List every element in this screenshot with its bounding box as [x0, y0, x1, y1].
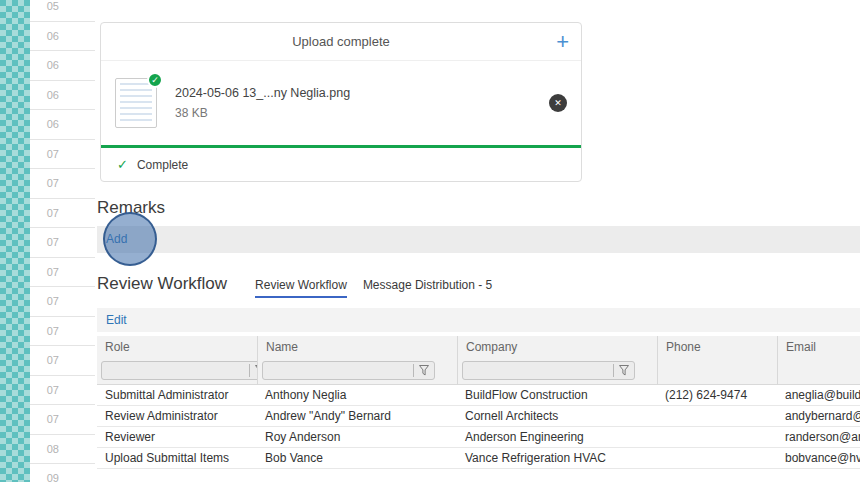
left-gutter-rows: 0506060606070707070707070707070809: [30, 0, 95, 482]
table-row[interactable]: Submittal AdministratorAnthony NegliaBui…: [97, 385, 860, 406]
filter-cell-role: [97, 358, 257, 385]
row-number: 06: [47, 89, 59, 101]
filter-cell-email: [777, 358, 860, 385]
file-thumbnail: ✓: [115, 78, 157, 128]
row-number: 05: [47, 0, 59, 12]
filter-box-name[interactable]: [262, 361, 435, 380]
column-header-label: Name: [266, 340, 298, 354]
column-header-label: Role: [105, 340, 130, 354]
row-number: 07: [47, 325, 59, 337]
left-gutter: 0506060606070707070707070707070809: [30, 0, 95, 482]
filter-input-company[interactable]: [468, 365, 613, 377]
cell-email: andybernard@: [777, 406, 860, 427]
row-number: 06: [47, 59, 59, 71]
gutter-row: 07: [30, 169, 95, 199]
table-row[interactable]: ReviewerRoy AndersonAnderson Engineering…: [97, 427, 860, 448]
thumbnail-preview: [120, 83, 152, 123]
column-header-label: Company: [466, 340, 517, 354]
table-body: Submittal AdministratorAnthony NegliaBui…: [97, 385, 860, 469]
review-workflow-header: Review Workflow Review Workflow Message …: [97, 274, 860, 298]
add-file-button[interactable]: +: [556, 31, 569, 53]
cell-company: Anderson Engineering: [457, 427, 657, 448]
cell-phone: [657, 427, 777, 448]
cell-role: Reviewer: [97, 427, 257, 448]
cell-company: BuildFlow Construction: [457, 385, 657, 406]
click-highlight: [103, 212, 157, 266]
filter-box-role[interactable]: [101, 361, 271, 380]
workflow-toolbar: Edit: [97, 308, 860, 332]
review-workflow-title: Review Workflow: [97, 274, 227, 294]
gutter-row: 09: [30, 464, 95, 482]
gutter-row: 06: [30, 22, 95, 52]
filter-divider: [613, 364, 614, 377]
cell-name: Andrew "Andy" Bernard: [257, 406, 457, 427]
row-number: 07: [47, 207, 59, 219]
filter-funnel-button[interactable]: [619, 365, 629, 376]
row-number: 06: [47, 118, 59, 130]
row-number: 07: [47, 354, 59, 366]
workflow-table: RoleNameCompanyPhoneEmail Submittal Admi…: [97, 336, 860, 469]
gutter-row: 07: [30, 346, 95, 376]
complete-check-icon: ✓: [117, 157, 128, 172]
gutter-row: 07: [30, 317, 95, 347]
row-number: 07: [47, 148, 59, 160]
upload-card: Upload complete + ✓ 2024-05-06 13_...ny …: [100, 22, 582, 182]
review-workflow-tabs: Review Workflow Message Distribution - 5: [255, 278, 492, 298]
filter-cell-company: [457, 358, 657, 385]
table-row[interactable]: Upload Submittal ItemsBob VanceVance Ref…: [97, 448, 860, 469]
cell-role: Upload Submittal Items: [97, 448, 257, 469]
row-number: 09: [47, 472, 59, 482]
upload-success-check-icon: ✓: [147, 72, 163, 88]
column-header-role[interactable]: Role: [97, 336, 257, 358]
tab-message-distribution[interactable]: Message Distribution - 5: [363, 278, 492, 298]
filter-input-name[interactable]: [268, 365, 413, 377]
column-header-company[interactable]: Company: [457, 336, 657, 358]
cell-name: Anthony Neglia: [257, 385, 457, 406]
table-row[interactable]: Review AdministratorAndrew "Andy" Bernar…: [97, 406, 860, 427]
gutter-row: 07: [30, 199, 95, 229]
gutter-row: 06: [30, 51, 95, 81]
cell-phone: (212) 624-9474: [657, 385, 777, 406]
gutter-row: 06: [30, 110, 95, 140]
filter-funnel-icon: [419, 365, 429, 376]
filter-input-role[interactable]: [107, 365, 249, 377]
filter-cell-phone: [657, 358, 777, 385]
column-header-email[interactable]: Email: [777, 336, 860, 358]
cell-name: Roy Anderson: [257, 427, 457, 448]
remarks-title: Remarks: [97, 198, 860, 218]
row-number: 07: [47, 384, 59, 396]
gutter-row: 07: [30, 287, 95, 317]
row-number: 07: [47, 295, 59, 307]
decorative-pattern-strip: [0, 0, 30, 482]
column-header-label: Phone: [666, 340, 701, 354]
gutter-row: 07: [30, 376, 95, 406]
file-size: 38 KB: [175, 106, 350, 120]
row-number: 06: [47, 30, 59, 42]
gutter-row: 07: [30, 405, 95, 435]
column-header-name[interactable]: Name: [257, 336, 457, 358]
cell-phone: [657, 406, 777, 427]
filter-funnel-button[interactable]: [419, 365, 429, 376]
tab-review-workflow[interactable]: Review Workflow: [255, 278, 347, 298]
row-number: 07: [47, 266, 59, 278]
filter-funnel-icon: [619, 365, 629, 376]
filter-divider: [413, 364, 414, 377]
cell-email: aneglia@buildf: [777, 385, 860, 406]
row-number: 08: [47, 443, 59, 455]
filter-box-company[interactable]: [462, 361, 635, 380]
file-meta: 2024-05-06 13_...ny Neglia.png 38 KB: [175, 86, 350, 120]
edit-workflow-button[interactable]: Edit: [106, 313, 127, 327]
column-header-phone[interactable]: Phone: [657, 336, 777, 358]
cell-phone: [657, 448, 777, 469]
remove-file-button[interactable]: ✕: [549, 94, 567, 112]
table-filter-row: [97, 358, 860, 385]
upload-card-header: Upload complete +: [101, 23, 581, 61]
row-number: 07: [47, 177, 59, 189]
cell-role: Submittal Administrator: [97, 385, 257, 406]
main-panel: Upload complete + ✓ 2024-05-06 13_...ny …: [95, 0, 860, 482]
gutter-row: 06: [30, 81, 95, 111]
gutter-row: 07: [30, 140, 95, 170]
gutter-row: 07: [30, 228, 95, 258]
table-header-row: RoleNameCompanyPhoneEmail: [97, 336, 860, 358]
upload-status-title: Upload complete: [292, 34, 390, 49]
